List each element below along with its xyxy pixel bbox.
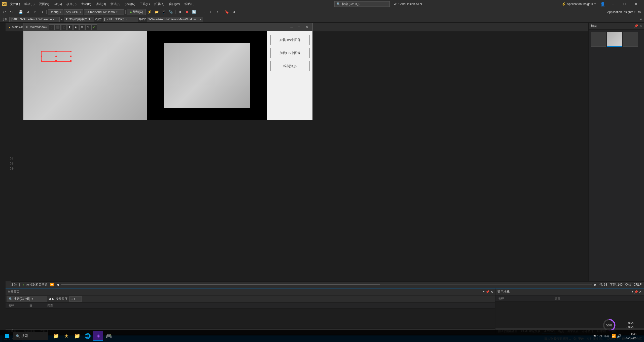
maximize-button[interactable]: □ (619, 0, 630, 8)
thumbnail-1[interactable] (607, 32, 622, 47)
title-search-box[interactable]: 🔍 搜索 (Ctrl+Q) (334, 1, 390, 7)
cpu-dropdown[interactable]: Any CPU ▼ (64, 9, 83, 15)
mw-split-btn[interactable]: ⬕ (73, 24, 79, 30)
device-btn[interactable]: 📱 (160, 9, 167, 15)
taskbar-app-icons[interactable]: 📁 ★ 📁 🌐 ◈ 🎮 (51, 331, 114, 341)
center-handle[interactable] (55, 56, 57, 57)
thumbnail-0[interactable] (591, 32, 606, 47)
mw-check-btn[interactable]: ✓ (91, 24, 97, 30)
pin-icon[interactable]: 📌 (634, 24, 638, 28)
more-options-btn[interactable]: ≫ (636, 9, 643, 15)
mw-maximize-btn[interactable]: □ (295, 23, 303, 31)
menu-bar[interactable]: 文件(F) 编辑(E) 视图(V) Git(G) 项目(P) 生成(B) 调试(… (8, 1, 197, 7)
handle-tr[interactable] (70, 51, 71, 52)
mw-circle-btn[interactable]: ◎ (85, 24, 91, 30)
open-folder-btn[interactable]: 📂 (153, 9, 160, 15)
code-content[interactable] (16, 155, 588, 281)
step-over-btn[interactable]: → (200, 9, 207, 15)
auto-window-controls[interactable]: ▾ 📌 ✕ (483, 290, 493, 294)
app-insights-button[interactable]: ⚡ Application Insights ▼ (560, 1, 598, 7)
profile-icon[interactable]: 👤 (600, 2, 605, 7)
taskbar-search-box[interactable]: 🔍 搜索 (13, 332, 48, 340)
project-dropdown[interactable]: 3-SmartAndHWDemo ▼ (84, 9, 124, 15)
nav-right[interactable]: ▶ (594, 283, 597, 286)
pause-btn[interactable]: ⏸ (177, 9, 183, 15)
mw-minimize-btn[interactable]: ─ (288, 23, 295, 31)
git-btn[interactable]: ↩ (1, 9, 8, 15)
network-icon[interactable]: 📶 (612, 334, 616, 338)
mw-toolbar[interactable]: ⬚ ⬛ ◱ ◧ ⬕ ⊕ ◎ ✓ (49, 24, 97, 30)
handle-mr[interactable] (70, 56, 71, 57)
handle-tl[interactable] (41, 51, 42, 52)
handle-bl[interactable] (41, 60, 42, 62)
scroll-indicator[interactable] (61, 284, 592, 285)
menu-window[interactable]: 窗口(W) (167, 1, 182, 7)
performance-btn[interactable]: ⚡ (146, 9, 153, 15)
mw-add-btn[interactable]: ⊕ (79, 24, 85, 30)
stop-btn[interactable]: ⏹ (184, 9, 190, 15)
load-hs-image-button[interactable]: 加载HS中图像 (270, 48, 310, 58)
save-all-btn[interactable]: 🗂 (24, 9, 31, 15)
thread-dropdown[interactable]: [12136] 主线程 ▼ (103, 17, 138, 22)
menu-debug[interactable]: 调试(D) (94, 1, 108, 7)
call-stack-controls[interactable]: ▾ 📌 ✕ (632, 290, 642, 294)
load-hw-image-button[interactable]: 加载HW中图像 (270, 35, 310, 45)
taskbar-icon-game[interactable]: 🎮 (104, 331, 114, 341)
bookmark-btn[interactable]: 🔖 (224, 9, 230, 15)
minimize-button[interactable]: ─ (607, 0, 619, 8)
panel-chevron-down-icon[interactable]: ▾ (483, 290, 485, 293)
panel-pin-icon[interactable]: 📌 (486, 290, 489, 294)
close-icon[interactable]: ✕ (639, 24, 642, 28)
handle-ml[interactable] (41, 56, 42, 57)
taskbar-icon-explorer[interactable]: 📁 (72, 331, 82, 341)
panel-close-icon[interactable]: ✕ (490, 290, 493, 294)
menu-project[interactable]: 项目(P) (64, 1, 79, 7)
start-button[interactable] (3, 331, 12, 340)
taskbar-icon-files[interactable]: 📁 (51, 331, 61, 341)
system-clock[interactable]: 11:38 2023/4/5 (623, 332, 638, 340)
mw-right-btn[interactable]: ◧ (67, 24, 73, 30)
app-insights-toolbar[interactable]: Application Insights (607, 10, 633, 14)
panel-close-icon[interactable]: ✕ (639, 290, 642, 294)
mw-fit-btn[interactable]: ⬚ (49, 24, 55, 30)
taskbar-icon-store[interactable]: ★ (61, 331, 71, 341)
panel-chevron-down-icon[interactable]: ▾ (632, 290, 633, 293)
draw-rectangle-button[interactable]: 绘制矩形 (270, 61, 310, 71)
window-controls[interactable]: ─ □ ✕ (607, 0, 642, 8)
menu-analyze[interactable]: 分析(N) (123, 1, 137, 7)
menu-tools[interactable]: 工具(T) (138, 1, 152, 7)
nav-left[interactable]: ◀ (56, 283, 59, 286)
nav-fwd-icon[interactable]: ▶ (52, 297, 54, 301)
mw-window-controls[interactable]: ─ □ ✕ (288, 23, 310, 31)
restart-btn[interactable]: 🔄 (191, 9, 197, 15)
step-out-btn[interactable]: ↑ (214, 9, 221, 15)
mw-close-btn[interactable]: ✕ (303, 23, 310, 31)
selection-rectangle[interactable] (41, 51, 71, 62)
debug-config-dropdown[interactable]: Debug ▼ (48, 9, 63, 15)
menu-extensions[interactable]: 扩展(X) (152, 1, 166, 7)
handle-br[interactable] (70, 60, 71, 62)
panel-pin-icon[interactable]: 📌 (634, 290, 638, 294)
handle-bm[interactable] (55, 60, 57, 62)
auto-window-search-input[interactable]: 🔍 搜索(Ctrl+E) ▼ (7, 296, 47, 302)
thumbnail-2[interactable] (623, 32, 638, 47)
filter-icon[interactable]: 🔽 (50, 283, 54, 286)
taskbar-icon-vs[interactable]: ◈ (93, 331, 103, 341)
redo-btn[interactable]: ↪ (8, 9, 15, 15)
search-depth-dropdown[interactable]: 3 ▼ (69, 296, 82, 302)
redo2-btn[interactable]: ↪ (39, 9, 45, 15)
volume-icon[interactable]: 🔊 (617, 334, 621, 338)
close-button[interactable]: ✕ (630, 0, 642, 8)
stack-dropdown[interactable]: 3-SmartAndHWDemo.MainWindow.E ▼ (147, 17, 203, 22)
nav-back-icon[interactable]: ◀ (48, 297, 51, 301)
process-dropdown[interactable]: [6480] 3-SmartAndHWDemo.e ▼ (9, 17, 60, 22)
menu-test[interactable]: 测试(S) (109, 1, 123, 7)
menu-build[interactable]: 生成(B) (79, 1, 93, 7)
taskbar-icon-edge[interactable]: 🌐 (83, 331, 93, 341)
handle-tm[interactable] (55, 51, 57, 52)
preview-controls[interactable]: 📌 ✕ (634, 24, 642, 28)
menu-help[interactable]: 帮助(H) (182, 1, 197, 7)
undo-btn[interactable]: ↩ (31, 9, 38, 15)
continue-button[interactable]: ▶ 继续(C) (127, 9, 146, 15)
menu-edit[interactable]: 编辑(E) (22, 1, 37, 7)
